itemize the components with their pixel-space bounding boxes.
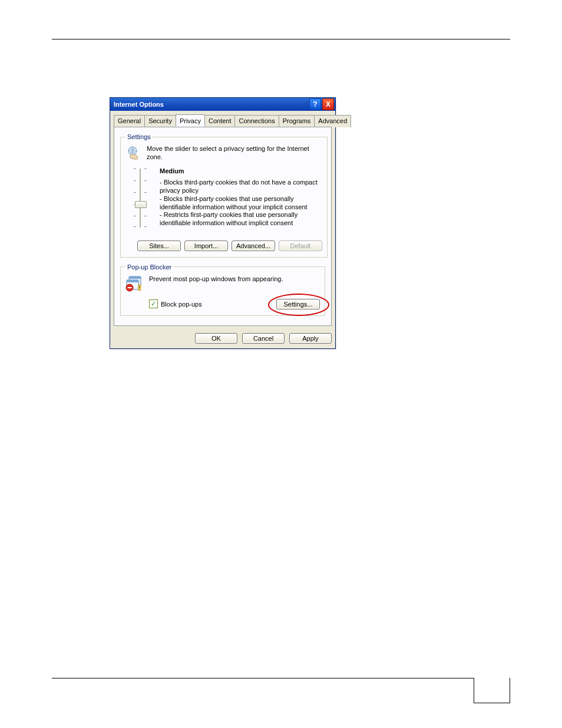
close-button[interactable]: X xyxy=(322,98,334,110)
popup-description: Prevent most pop-up windows from appeari… xyxy=(149,275,283,282)
internet-options-dialog: Internet Options ? X General Security Pr… xyxy=(110,97,336,349)
ok-button[interactable]: OK xyxy=(195,333,237,344)
cancel-button[interactable]: Cancel xyxy=(242,333,285,344)
privacy-bullet-3: - Restricts first-party cookies that use… xyxy=(160,211,297,226)
help-button[interactable]: ? xyxy=(309,98,321,110)
default-button: Default xyxy=(279,241,322,251)
slider-thumb[interactable] xyxy=(135,201,147,208)
apply-button[interactable]: Apply xyxy=(289,333,332,344)
popup-blocker-icon xyxy=(125,275,143,292)
svg-rect-2 xyxy=(129,276,141,279)
window-title: Internet Options xyxy=(114,101,164,108)
svg-rect-4 xyxy=(127,280,138,282)
tab-general[interactable]: General xyxy=(114,115,145,127)
checkbox-icon: ✓ xyxy=(149,299,158,308)
tab-content[interactable]: Content xyxy=(204,115,236,127)
import-button[interactable]: Import... xyxy=(184,241,228,251)
sites-button[interactable]: Sites... xyxy=(137,241,181,251)
popup-settings-button[interactable]: Settings... xyxy=(276,299,320,309)
close-icon: X xyxy=(326,101,330,108)
privacy-level-description: Medium - Blocks third-party cookies that… xyxy=(160,167,319,228)
popup-blocker-group: Pop-up Blocker Prevent most xyxy=(120,263,325,316)
popup-legend: Pop-up Blocker xyxy=(125,263,173,271)
tab-security[interactable]: Security xyxy=(144,115,176,127)
globe-hand-icon xyxy=(125,145,142,160)
block-popups-label: Block pop-ups xyxy=(161,301,202,308)
svg-rect-9 xyxy=(139,285,140,288)
tab-strip: General Security Privacy Content Connect… xyxy=(110,111,335,127)
advanced-button[interactable]: Advanced... xyxy=(232,241,275,251)
privacy-bullet-1: - Blocks third-party cookies that do not… xyxy=(160,179,318,194)
tab-panel-privacy: Settings Move the slider to select a pri… xyxy=(114,127,332,326)
privacy-bullet-2: - Blocks third-party cookies that use pe… xyxy=(160,195,308,210)
privacy-slider[interactable] xyxy=(131,167,149,232)
svg-point-8 xyxy=(139,289,140,290)
page-divider-bottom xyxy=(52,678,510,678)
tab-connections[interactable]: Connections xyxy=(234,115,279,127)
page-divider-top xyxy=(52,39,510,39)
page-number-box xyxy=(474,678,510,703)
tab-privacy[interactable]: Privacy xyxy=(176,114,205,127)
block-popups-checkbox[interactable]: ✓ Block pop-ups xyxy=(149,299,202,308)
settings-legend: Settings xyxy=(125,133,153,140)
titlebar[interactable]: Internet Options ? X xyxy=(110,98,335,111)
tab-programs[interactable]: Programs xyxy=(279,115,315,127)
settings-instruction: Move the slider to select a privacy sett… xyxy=(147,145,322,162)
dialog-button-row: OK Cancel Apply xyxy=(110,330,335,348)
help-icon: ? xyxy=(313,101,317,108)
privacy-level-name: Medium xyxy=(160,167,319,176)
settings-group: Settings Move the slider to select a pri… xyxy=(120,133,328,258)
svg-rect-6 xyxy=(128,287,132,288)
tab-advanced[interactable]: Advanced xyxy=(314,115,351,127)
